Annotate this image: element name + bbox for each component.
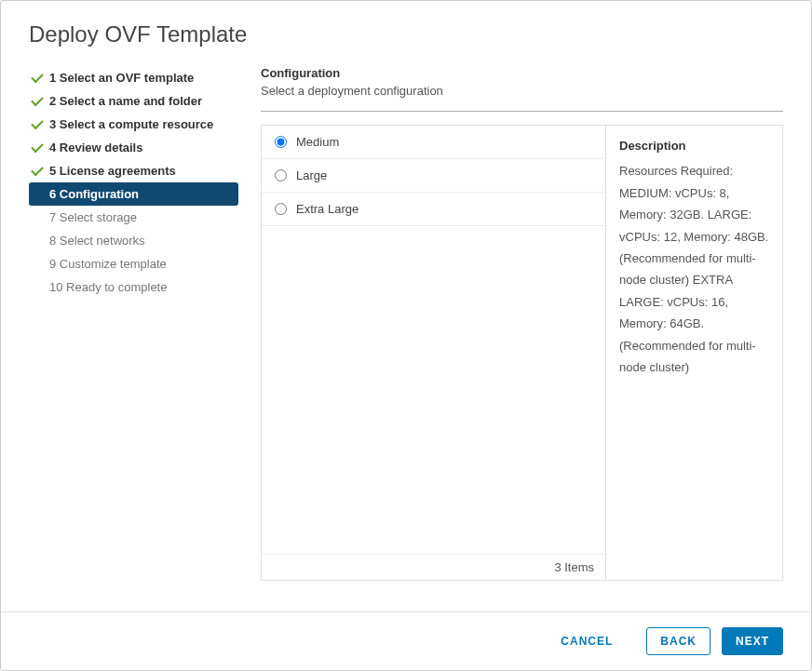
option-large[interactable]: Large — [262, 159, 605, 193]
step-1[interactable]: 1 Select an OVF template — [29, 66, 238, 89]
description-column: Description Resources Required: MEDIUM: … — [605, 126, 782, 580]
option-extra-large[interactable]: Extra Large — [262, 193, 605, 226]
deploy-ovf-dialog: Deploy OVF Template 1 Select an OVF temp… — [0, 0, 812, 671]
back-button[interactable]: BACK — [646, 627, 710, 655]
options-spacer — [262, 226, 605, 554]
step-5[interactable]: 5 License agreements — [29, 159, 238, 182]
options-column: Medium Large Extra Large 3 Items — [262, 126, 605, 580]
dialog-title: Deploy OVF Template — [1, 1, 811, 57]
section-title: Configuration — [261, 66, 783, 80]
option-medium[interactable]: Medium — [262, 126, 605, 159]
step-2[interactable]: 2 Select a name and folder — [29, 89, 238, 113]
section-subtitle: Select a deployment configuration — [261, 84, 783, 98]
step-10: 10 Ready to complete — [29, 275, 238, 299]
content-area: Configuration Select a deployment config… — [238, 57, 783, 602]
step-8: 8 Select networks — [29, 229, 238, 252]
radio-large[interactable] — [275, 169, 287, 181]
wizard-steps: 1 Select an OVF template 2 Select a name… — [29, 57, 238, 602]
divider — [261, 111, 783, 112]
step-6[interactable]: 6 Configuration — [29, 182, 238, 206]
option-label: Large — [296, 168, 327, 182]
radio-extra-large[interactable] — [275, 203, 287, 215]
next-button[interactable]: NEXT — [722, 627, 783, 655]
items-count: 3 Items — [262, 554, 605, 580]
step-7: 7 Select storage — [29, 206, 238, 229]
dialog-body: 1 Select an OVF template 2 Select a name… — [1, 57, 811, 611]
config-panel: Medium Large Extra Large 3 Items Descrip… — [261, 125, 783, 581]
step-9: 9 Customize template — [29, 252, 238, 275]
description-body: Resources Required: MEDIUM: vCPUs: 8, Me… — [619, 160, 769, 378]
step-4[interactable]: 4 Review details — [29, 136, 238, 159]
description-title: Description — [619, 135, 769, 156]
radio-medium[interactable] — [275, 136, 287, 148]
step-3[interactable]: 3 Select a compute resource — [29, 113, 238, 136]
cancel-button[interactable]: CANCEL — [548, 628, 626, 654]
option-label: Extra Large — [296, 202, 359, 216]
dialog-footer: CANCEL BACK NEXT — [1, 611, 811, 670]
option-label: Medium — [296, 135, 339, 149]
